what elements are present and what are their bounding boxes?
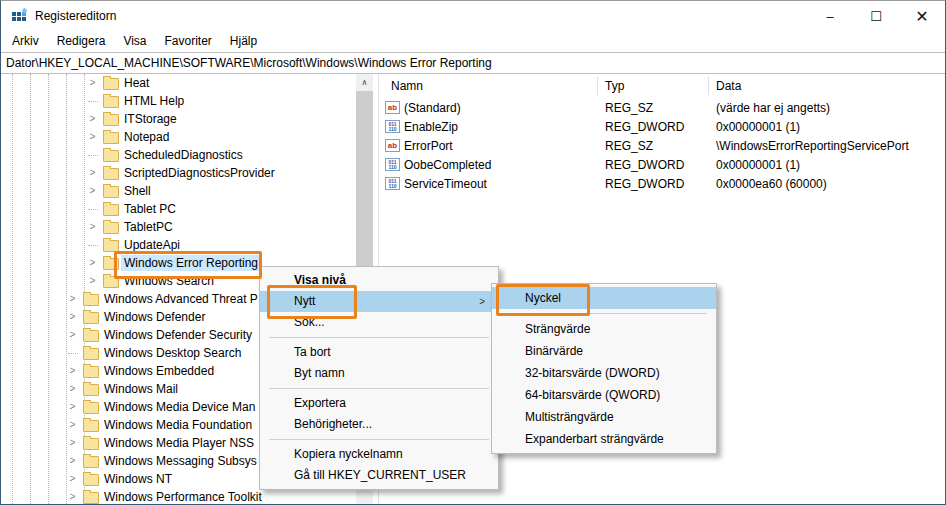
menu-item-g-till-hkey-current-user[interactable]: Gå till HKEY_CURRENT_USER (260, 465, 498, 486)
tree-item[interactable]: >Shell (2, 182, 356, 200)
column-separator[interactable] (597, 77, 598, 95)
value-row[interactable]: ab(Standard)REG_SZ(värde har ej angetts) (380, 98, 944, 117)
tree-item-label: Windows Performance Toolkit (101, 489, 265, 504)
menu-item-label: 32-bitarsvärde (DWORD) (525, 366, 660, 380)
menu-item-label: Kopiera nyckelnamn (294, 447, 403, 461)
menubar-item-arkiv[interactable]: Arkiv (3, 31, 48, 52)
folder-icon (103, 132, 119, 144)
chevron-right-icon[interactable]: > (87, 112, 98, 126)
tree-item-label: ScriptedDiagnosticsProvider (121, 165, 278, 181)
tree-item[interactable]: >Heat (2, 74, 356, 92)
folder-icon (103, 276, 119, 288)
tree-item-label: TabletPC (121, 219, 176, 235)
maximize-button[interactable]: ☐ (853, 1, 899, 31)
value-data: 0x00000001 (1) (716, 120, 800, 134)
menubar-item-hjälp[interactable]: Hjälp (221, 31, 266, 52)
value-row[interactable]: 011 110OobeCompletedREG_DWORD0x00000001 … (380, 155, 944, 174)
chevron-right-icon[interactable]: > (67, 436, 78, 450)
chevron-right-icon[interactable]: > (87, 220, 98, 234)
menubar-item-favoriter[interactable]: Favoriter (156, 31, 221, 52)
value-type: REG_DWORD (605, 177, 684, 191)
chevron-right-icon[interactable]: > (67, 418, 78, 432)
reg-dword-icon: 011 110 (385, 177, 400, 190)
menu-item-str-ngv-rde[interactable]: Strängvärde (492, 318, 716, 340)
value-row[interactable]: 011 110ServiceTimeoutREG_DWORD0x0000ea60… (380, 174, 944, 193)
menubar-item-redigera[interactable]: Redigera (48, 31, 115, 52)
value-type: REG_DWORD (605, 120, 684, 134)
chevron-right-icon[interactable]: > (87, 76, 98, 90)
tree-item[interactable]: UpdateApi (2, 236, 356, 254)
chevron-right-icon[interactable]: > (67, 472, 78, 486)
chevron-right-icon[interactable]: > (67, 328, 78, 342)
menu-item-nytt[interactable]: Nytt> (260, 291, 498, 312)
menu-item-label: Byt namn (294, 366, 345, 380)
tree-item[interactable]: Tablet PC (2, 200, 356, 218)
menu-item-beh-righeter[interactable]: Behörigheter... (260, 414, 498, 435)
chevron-right-icon[interactable]: > (67, 382, 78, 396)
tree-item[interactable]: >Windows Performance Toolkit (2, 488, 356, 504)
tree-item-label: Windows Desktop Search (101, 345, 244, 361)
folder-icon (83, 402, 99, 414)
chevron-right-icon[interactable]: > (87, 166, 98, 180)
tree-item[interactable]: HTML Help (2, 92, 356, 110)
value-row[interactable]: abErrorPortREG_SZ\WindowsErrorReportingS… (380, 136, 944, 155)
tree-item[interactable]: >Notepad (2, 128, 356, 146)
tree-item-label: Windows Defender (101, 309, 208, 325)
menu-item-bin-rv-rde[interactable]: Binärvärde (492, 340, 716, 362)
menu-item-byt-namn[interactable]: Byt namn (260, 363, 498, 384)
chevron-right-icon[interactable]: > (67, 490, 78, 504)
menu-item-s-k[interactable]: Sök... (260, 312, 498, 333)
chevron-right-icon[interactable]: > (87, 256, 98, 270)
column-header-data[interactable]: Data (716, 79, 741, 93)
column-separator[interactable] (708, 77, 709, 95)
value-name: (Standard) (404, 101, 461, 115)
tree-item[interactable]: >ITStorage (2, 110, 356, 128)
tree-item[interactable]: ScheduledDiagnostics (2, 146, 356, 164)
minimize-button[interactable]: – (807, 1, 853, 31)
chevron-right-icon[interactable]: > (87, 130, 98, 144)
tree-item-label: Windows Defender Security (101, 327, 255, 343)
folder-icon (103, 114, 119, 126)
menu-item-label: Multisträngvärde (525, 410, 614, 424)
address-bar[interactable]: Dator\HKEY_LOCAL_MACHINE\SOFTWARE\Micros… (1, 52, 945, 74)
menu-item-expanderbart-str-ngv-rde[interactable]: Expanderbart strängvärde (492, 428, 716, 450)
chevron-right-icon[interactable]: > (67, 310, 78, 324)
chevron-right-icon[interactable]: > (87, 274, 98, 288)
chevron-right-icon[interactable]: > (67, 364, 78, 378)
folder-icon (83, 474, 99, 486)
tree-item[interactable]: >TabletPC (2, 218, 356, 236)
close-button[interactable]: ✕ (899, 1, 945, 31)
chevron-right-icon[interactable]: > (67, 292, 78, 306)
menu-item-label: Strängvärde (525, 322, 590, 336)
chevron-right-icon[interactable]: > (67, 454, 78, 468)
column-header-name[interactable]: Namn (391, 79, 423, 93)
value-data: (värde har ej angetts) (716, 101, 830, 115)
reg-sz-icon: ab (385, 139, 400, 152)
value-type: REG_SZ (605, 101, 653, 115)
chevron-right-icon[interactable]: > (87, 184, 98, 198)
title-bar: Registereditorn – ☐ ✕ (1, 1, 945, 31)
menu-item-kopiera-nyckelnamn[interactable]: Kopiera nyckelnamn (260, 444, 498, 465)
menu-item-exportera[interactable]: Exportera (260, 393, 498, 414)
menu-item-label: Visa nivå (294, 273, 346, 287)
folder-icon (83, 456, 99, 468)
menu-item-label: Ta bort (294, 345, 331, 359)
menu-item-nyckel[interactable]: Nyckel (492, 287, 716, 309)
tree-stub-line (88, 101, 98, 102)
scroll-up-arrow-icon[interactable]: ∧ (356, 74, 373, 91)
menu-item-64-bitarsv-rde-qword[interactable]: 64-bitarsvärde (QWORD) (492, 384, 716, 406)
folder-icon (103, 168, 119, 180)
tree-item[interactable]: >ScriptedDiagnosticsProvider (2, 164, 356, 182)
value-type: REG_SZ (605, 139, 653, 153)
menubar-item-visa[interactable]: Visa (114, 31, 155, 52)
tree-item-label: ScheduledDiagnostics (121, 147, 246, 163)
menu-item-32-bitarsv-rde-dword[interactable]: 32-bitarsvärde (DWORD) (492, 362, 716, 384)
menu-item-multistr-ngv-rde[interactable]: Multisträngvärde (492, 406, 716, 428)
menu-item-visa-niv[interactable]: Visa nivå (260, 270, 498, 291)
menu-item-label: Exportera (294, 396, 346, 410)
chevron-right-icon[interactable]: > (67, 400, 78, 414)
menu-item-ta-bort[interactable]: Ta bort (260, 342, 498, 363)
column-header-type[interactable]: Typ (605, 79, 624, 93)
value-row[interactable]: 011 110EnableZipREG_DWORD0x00000001 (1) (380, 117, 944, 136)
value-name: OobeCompleted (404, 158, 491, 172)
